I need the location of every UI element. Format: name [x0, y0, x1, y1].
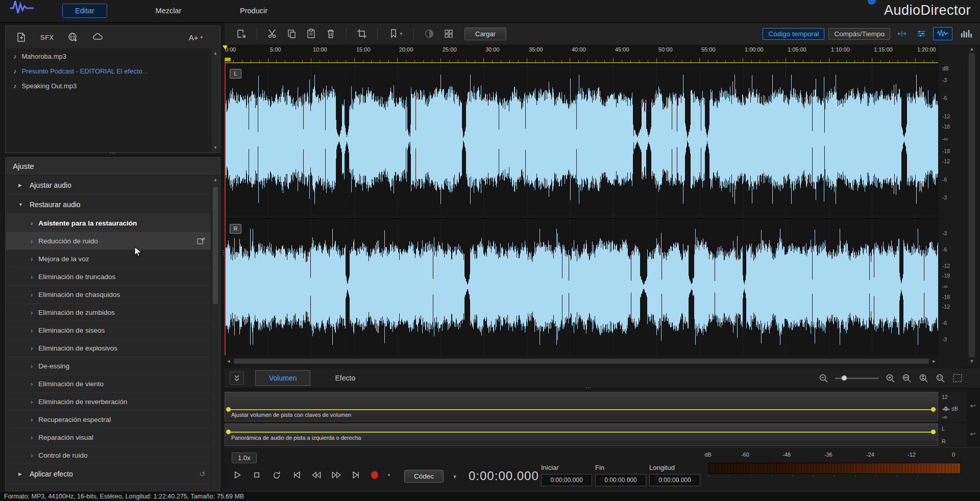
bars-beats-mode-button[interactable]: Compás/Tiempo	[828, 28, 890, 40]
auto-fit-levels-button[interactable]	[914, 26, 929, 41]
record-button[interactable]	[368, 468, 381, 482]
delete-button[interactable]	[322, 26, 339, 41]
timecode-mode-button[interactable]: Código temporal	[763, 28, 824, 40]
volume-keyframe-start[interactable]	[226, 407, 231, 412]
tree-item-reparaci-n-visual[interactable]: ›Reparación visual	[6, 429, 211, 446]
export-to-library-button[interactable]	[233, 26, 250, 41]
cloud-button[interactable]	[92, 32, 104, 43]
tree-item-eliminaci-n-de-chasquidos[interactable]: ›Eliminación de chasquidos	[6, 286, 211, 304]
scroll-left-icon[interactable]: ◄	[225, 359, 233, 364]
library-scrollbar[interactable]: ▲ ▼	[211, 49, 219, 152]
scroll-right-icon[interactable]: ►	[930, 359, 938, 364]
go-to-end-button[interactable]	[348, 467, 364, 483]
scroll-down-icon[interactable]: ▼	[967, 359, 977, 364]
zoom-slider-knob[interactable]	[842, 375, 847, 381]
adjust-scrollbar[interactable]: ▲	[211, 176, 219, 490]
fit-project-button[interactable]	[952, 373, 963, 383]
rewind-button[interactable]	[308, 467, 325, 483]
zoom-slider[interactable]	[835, 378, 879, 379]
volume-reset-button[interactable]: ↩	[968, 402, 978, 410]
load-button[interactable]: Cargar	[464, 28, 506, 40]
zoom-vertical-button[interactable]	[919, 373, 929, 383]
fast-forward-button[interactable]	[328, 467, 345, 483]
copy-button[interactable]	[283, 26, 301, 41]
play-button[interactable]	[229, 467, 245, 483]
zoom-out-button[interactable]	[819, 373, 828, 383]
spectral-view-button[interactable]	[957, 27, 976, 40]
pan-keyframe-line[interactable]	[227, 432, 936, 433]
scrollbar-thumb[interactable]	[234, 359, 929, 364]
scroll-up-icon[interactable]: ▲	[967, 46, 977, 52]
horizontal-scrollbar[interactable]: ◄ ►	[225, 357, 938, 365]
record-options-button[interactable]: ▾	[385, 472, 393, 478]
playback-speed-button[interactable]: 1.0x	[232, 453, 257, 463]
codec-dropdown-button[interactable]: ▼	[449, 470, 460, 483]
scrollbar-thumb[interactable]	[213, 187, 218, 304]
tree-item-asistente-para-la-restauraci-n[interactable]: ›Asistente para la restauración	[6, 214, 211, 232]
expand-lanes-button[interactable]	[230, 371, 244, 385]
scrollbar-thumb[interactable]	[969, 53, 975, 357]
nudge-tool-button[interactable]	[894, 26, 910, 41]
end-field-input[interactable]	[595, 474, 646, 486]
snap-grid-button[interactable]	[440, 26, 457, 41]
tab-editar[interactable]: Editar	[62, 4, 107, 18]
preview-render-button[interactable]	[421, 26, 438, 41]
tree-section-aplicar-efecto[interactable]: ▶Aplicar efecto↺	[6, 464, 211, 484]
scroll-down-icon[interactable]: ▼	[211, 145, 219, 150]
waveform-canvas-left[interactable]	[225, 64, 938, 215]
tree-item-recuperaci-n-espectral[interactable]: ›Recuperación espectral	[6, 411, 211, 429]
tree-item-reducci-n-de-ruido[interactable]: ›Reducción de ruido	[6, 232, 211, 250]
timeline-ruler[interactable]: 0:005:0010:0015:0020:0025:0030:0035:0040…	[225, 45, 938, 63]
lane-resize-handle[interactable]: ⋯	[585, 384, 592, 391]
panel-resize-handle[interactable]: ⋯	[109, 152, 116, 155]
playhead-line[interactable]	[225, 62, 226, 355]
tab-mezclar[interactable]: Mezclar	[147, 4, 190, 17]
tree-item-de-essing[interactable]: ›De-essing	[6, 357, 211, 375]
pan-lane[interactable]: Panorámica de audio de pista a izquierda…	[225, 423, 938, 446]
tree-item-mejora-de-la-voz[interactable]: ›Mejora de la voz	[6, 250, 211, 268]
zoom-in-button[interactable]	[886, 373, 895, 383]
start-field-input[interactable]	[541, 474, 592, 486]
tree-item-eliminaci-n-de-siseos[interactable]: ›Eliminación de siseos	[6, 321, 211, 339]
scroll-up-icon[interactable]: ▲	[211, 178, 219, 182]
pan-reset-button[interactable]: ↩	[968, 430, 978, 438]
volume-lane[interactable]: Ajustar volumen de pista con claves de v…	[225, 392, 938, 421]
scroll-up-icon[interactable]: ▲	[211, 51, 219, 56]
trim-button[interactable]	[353, 26, 371, 41]
tab-producir[interactable]: Producir	[230, 4, 278, 17]
stop-button[interactable]	[249, 467, 265, 483]
tree-item-eliminaci-n-de-zumbidos[interactable]: ›Eliminación de zumbidos	[6, 304, 211, 321]
loop-button[interactable]	[268, 467, 285, 483]
tree-item-eliminaci-n-de-reverberaci-n[interactable]: ›Eliminación de reverberación	[6, 393, 211, 411]
loop-start-marker[interactable]	[225, 58, 231, 61]
go-to-start-button[interactable]	[288, 467, 305, 483]
text-to-speech-button[interactable]: A+ ▾	[189, 33, 203, 42]
waveform-view-button[interactable]	[933, 27, 952, 40]
open-dialog-icon[interactable]	[197, 237, 205, 244]
tree-item-eliminaci-n-de-explosivos[interactable]: ›Eliminación de explosivos	[6, 339, 211, 357]
paste-button[interactable]	[303, 26, 320, 41]
length-field-input[interactable]	[649, 474, 700, 486]
tree-item-eliminaci-n-de-viento[interactable]: ›Eliminación de viento	[6, 375, 211, 393]
volume-keyframe-end[interactable]	[931, 407, 936, 412]
tree-section-ajustar-audio[interactable]: ▶Ajustar audio	[6, 176, 211, 195]
tab-efecto[interactable]: Efecto	[322, 371, 369, 385]
import-media-button[interactable]	[16, 32, 27, 43]
zoom-selection-button[interactable]	[936, 373, 946, 383]
download-from-directorzone-button[interactable]	[67, 32, 79, 43]
file-list-item[interactable]: ♪Mahoroba.mp3	[6, 49, 211, 64]
codec-button[interactable]: Códec	[404, 470, 444, 483]
tree-item-eliminaci-n-de-truncados[interactable]: ›Eliminación de truncados	[6, 268, 211, 286]
waveform-canvas-right[interactable]	[225, 219, 938, 355]
pan-keyframe-end[interactable]	[931, 430, 936, 434]
reset-effect-icon[interactable]: ↺	[199, 470, 205, 478]
track-resize-handle[interactable]: ⋮	[220, 251, 227, 254]
nudge-right-icon[interactable]: ▸	[947, 406, 950, 412]
pan-keyframe-start[interactable]	[226, 430, 231, 434]
file-list-item[interactable]: ♪Speaking Out.mp3	[6, 79, 211, 93]
tree-item-control-de-ruido[interactable]: ›Control de ruido	[6, 446, 211, 464]
sfx-button[interactable]: SFX	[40, 34, 54, 41]
vertical-scrollbar[interactable]: ▲ ▼	[967, 45, 977, 365]
volume-keyframe-line[interactable]	[227, 409, 936, 410]
cut-button[interactable]	[264, 26, 281, 41]
